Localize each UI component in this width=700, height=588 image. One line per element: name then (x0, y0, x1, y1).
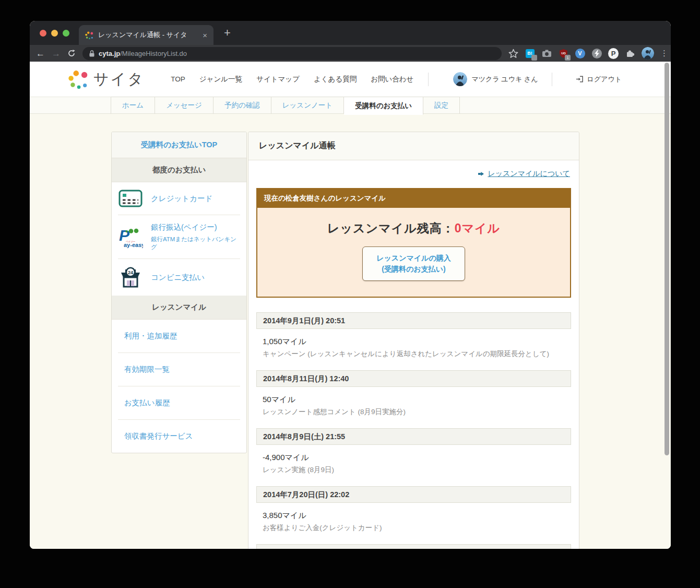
hatena-badge (531, 55, 537, 61)
balance-value: 0マイル (455, 221, 500, 235)
extension-area: B! UO 1 (508, 47, 665, 60)
sidebar-payment-top-link[interactable]: 受講料のお支払いTOP (112, 132, 246, 158)
history-entry: 2014年9月1日(月) 20:51 1,050マイル キャンペーン (レッスン… (256, 312, 571, 365)
macos-traffic-lights (40, 30, 69, 37)
sidebar-item-label: 銀行振込(ペイジー) (151, 222, 240, 232)
browser-window: レッスンマイル通帳 - サイタ × + ← → cyta.jp/MileageH… (30, 21, 671, 549)
tab-payment[interactable]: 受講料のお支払い (344, 97, 423, 115)
history-amount: 50マイル (263, 395, 565, 404)
tab-home[interactable]: ホーム (111, 97, 155, 114)
camera-extension-icon[interactable] (541, 48, 552, 58)
history-date: 2014年7月20日(日) 22:02 (256, 486, 571, 503)
history-description: お客様よりご入金(クレジットカード) (263, 523, 565, 532)
sidebar-section-lesson-mile: レッスンマイル (112, 296, 246, 320)
sidebar-item-bank-transfer[interactable]: P ペイジー ay-easy 銀行振込(ペイジー) 銀行ATMまたはネットバンキ… (112, 215, 246, 258)
nav-sitemap[interactable]: サイトマップ (256, 75, 300, 84)
sidebar-item-label: コンビニ支払い (151, 273, 205, 283)
history-amount: -4,900マイル (263, 453, 565, 462)
divider (552, 73, 552, 86)
screenshot-stage: レッスンマイル通帳 - サイタ × + ← → cyta.jp/MileageH… (0, 0, 700, 588)
url-path: /MileageHistoryList.do (120, 50, 187, 57)
nav-genre-list[interactable]: ジャンル一覧 (199, 75, 242, 84)
close-window-button[interactable] (40, 30, 46, 37)
sidebar-item-credit-card[interactable]: クレジットカード (112, 182, 246, 215)
tab-reservation[interactable]: 予約の確認 (213, 97, 271, 114)
svg-text:UO: UO (561, 51, 566, 54)
nav-top[interactable]: TOP (171, 75, 185, 83)
logout-button[interactable]: ログアウト (576, 75, 622, 84)
mileage-history-list: 2014年9月1日(月) 20:51 1,050マイル キャンペーン (レッスン… (256, 312, 571, 549)
logout-icon (576, 75, 584, 83)
site-header: サイタ TOP ジャンル一覧 サイトマップ よくある質問 お問い合わせ (30, 62, 671, 97)
history-date: 2014年9月1日(月) 20:51 (256, 312, 571, 329)
page-content: 受講料のお支払いTOP 都度のお支払い クレジットカード (30, 114, 671, 549)
sidebar-link-receipt-service[interactable]: 領収書発行サービス (112, 420, 246, 453)
divider (428, 73, 429, 86)
balance-box: 現在の松倉友樹さんのレッスンマイル レッスンマイル残高：0マイル レッスンマイル… (256, 188, 571, 298)
top-navigation: TOP ジャンル一覧 サイトマップ よくある質問 お問い合わせ (171, 72, 622, 86)
cyta-logo[interactable]: サイタ (68, 69, 145, 90)
reload-icon[interactable] (67, 49, 76, 57)
back-icon[interactable]: ← (36, 49, 45, 58)
minimize-window-button[interactable] (51, 30, 58, 37)
tab-settings[interactable]: 設定 (423, 97, 460, 114)
page-scrollbar[interactable] (665, 63, 669, 455)
about-lesson-mile-link[interactable]: レッスンマイルについて (488, 169, 570, 179)
browser-toolbar: ← → cyta.jp/MileageHistoryList.do (30, 45, 671, 62)
favicon-cyta-dots-icon (85, 31, 93, 39)
history-date: 2014年6月4日(水) 9:38 (256, 544, 571, 549)
hatena-extension-icon[interactable]: B! (525, 48, 535, 58)
forward-icon[interactable]: → (52, 49, 61, 58)
browser-tab[interactable]: レッスンマイル通帳 - サイタ × (79, 25, 213, 45)
history-amount: 1,050マイル (263, 337, 565, 346)
history-entry: 2014年8月11日(月) 12:40 50マイル レッスンノート感想コメント … (256, 370, 571, 423)
history-date: 2014年8月11日(月) 12:40 (256, 370, 571, 387)
tab-message[interactable]: メッセージ (155, 97, 213, 114)
vimium-extension-icon[interactable]: V (575, 48, 585, 58)
tab-lesson-note[interactable]: レッスンノート (271, 97, 344, 114)
nav-faq[interactable]: よくある質問 (314, 75, 357, 84)
history-description: キャンペーン (レッスンキャンセルにより返却されたレッスンマイルの期限延長分とし… (263, 349, 565, 358)
sidebar-section-paygo: 都度のお支払い (112, 158, 246, 182)
logo-text: サイタ (93, 69, 145, 90)
user-avatar[interactable] (453, 72, 467, 86)
nav-contact[interactable]: お問い合わせ (371, 75, 413, 84)
pinterest-extension-icon[interactable]: P (608, 48, 619, 58)
history-entry: 2014年6月4日(水) 9:38 (256, 544, 571, 549)
lightning-extension-icon[interactable] (591, 48, 602, 58)
sidebar-item-label: クレジットカード (151, 194, 212, 204)
page-tab-nav: ホーム メッセージ 予約の確認 レッスンノート 受講料のお支払い 設定 (30, 97, 671, 114)
history-entry: 2014年8月9日(土) 21:55 -4,900マイル レッスン実施 (8月9… (256, 428, 571, 481)
about-link-row: レッスンマイルについて (256, 160, 571, 188)
history-date: 2014年8月9日(土) 21:55 (256, 428, 571, 445)
new-tab-button[interactable]: + (224, 27, 231, 39)
bookmark-star-icon[interactable] (508, 49, 518, 58)
svg-text:ay-easy: ay-easy (124, 242, 143, 248)
tab-close-icon[interactable]: × (203, 31, 207, 40)
ublock-extension-icon[interactable]: UO 1 (558, 48, 568, 58)
browser-tabstrip: レッスンマイル通帳 - サイタ × + (30, 21, 671, 45)
history-description: レッスン実施 (8月9日) (263, 465, 565, 474)
sidebar-link-expiration-list[interactable]: 有効期限一覧 (112, 353, 246, 386)
ublock-badge: 1 (565, 55, 571, 61)
address-bar[interactable]: cyta.jp/MileageHistoryList.do (82, 47, 502, 60)
mileage-history-card: レッスンマイル通帳 レッスンマイルについて 現在の松倉友樹さんのレッスンマイル (248, 132, 579, 549)
browser-menu-kebab-icon[interactable]: ⋮ (660, 52, 665, 55)
user-name: マツクラ ユウキ さん (472, 75, 538, 84)
user-cluster: マツクラ ユウキ さん (453, 72, 538, 86)
balance-box-header: 現在の松倉友樹さんのレッスンマイル (257, 189, 570, 208)
convenience-store-icon: 24 (119, 266, 142, 288)
puzzle-extensions-icon[interactable] (625, 48, 635, 58)
sidebar-item-sublabel: 銀行ATMまたはネットバンキング (151, 236, 240, 251)
sidebar-link-payment-history[interactable]: お支払い履歴 (112, 386, 246, 419)
browser-profile-avatar[interactable] (642, 47, 654, 60)
sidebar-item-conbini[interactable]: 24 コンビニ支払い (112, 259, 246, 296)
zoom-window-button[interactable] (63, 30, 69, 37)
balance-line: レッスンマイル残高：0マイル (263, 220, 565, 236)
payeasy-icon: P ペイジー ay-easy (118, 226, 143, 248)
lock-icon (89, 50, 94, 57)
sidebar-link-usage-history[interactable]: 利用・追加履歴 (112, 320, 246, 352)
purchase-mile-button[interactable]: レッスンマイルの購入 (受講料のお支払い) (362, 246, 465, 281)
balance-label: レッスンマイル残高： (327, 221, 455, 235)
history-description: レッスンノート感想コメント (8月9日実施分) (263, 407, 565, 416)
